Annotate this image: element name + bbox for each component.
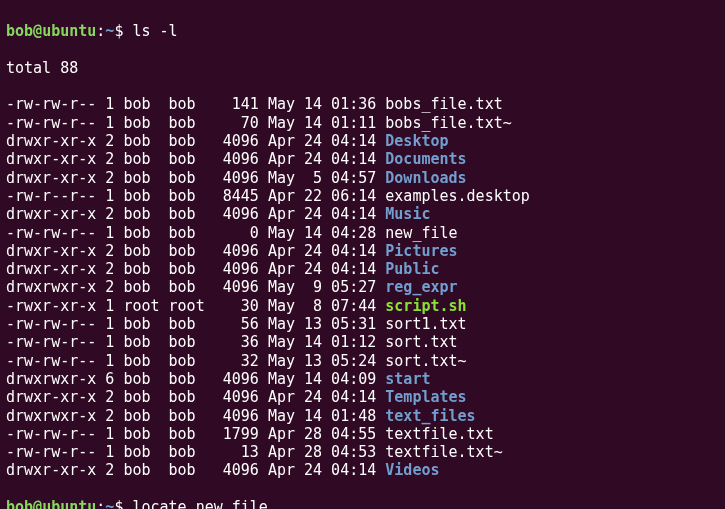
ls-row: drwxr-xr-x 2 bob bob 4096 Apr 24 04:14 P… [6, 260, 719, 278]
ls-row: -rw-rw-r-- 1 bob bob 56 May 13 05:31 sor… [6, 315, 719, 333]
ls-row: drwxr-xr-x 2 bob bob 4096 May 5 04:57 Do… [6, 169, 719, 187]
ls-row: drwxr-xr-x 2 bob bob 4096 Apr 24 04:14 V… [6, 461, 719, 479]
ls-row-meta: -rwxr-xr-x 1 root root 30 May 8 07:44 [6, 297, 385, 315]
prompt-dollar: $ [114, 22, 132, 40]
ls-row-meta: drwxrwxr-x 2 bob bob 4096 May 9 05:27 [6, 278, 385, 296]
ls-row-meta: drwxr-xr-x 2 bob bob 4096 Apr 24 04:14 [6, 260, 385, 278]
ls-row-meta: drwxr-xr-x 2 bob bob 4096 Apr 24 04:14 [6, 242, 385, 260]
ls-row-meta: -rw-rw-r-- 1 bob bob 32 May 13 05:24 [6, 352, 385, 370]
ls-row-filename: Public [385, 260, 439, 278]
ls-row-filename: start [385, 370, 430, 388]
ls-row: drwxr-xr-x 2 bob bob 4096 Apr 24 04:14 T… [6, 388, 719, 406]
ls-row: -rw-rw-r-- 1 bob bob 141 May 14 01:36 bo… [6, 95, 719, 113]
ls-row-meta: -rw-rw-r-- 1 bob bob 56 May 13 05:31 [6, 315, 385, 333]
ls-row-filename: script.sh [385, 297, 466, 315]
ls-row-filename: sort.txt~ [385, 352, 466, 370]
ls-row-filename: reg_expr [385, 278, 457, 296]
ls-row-meta: -rw-rw-r-- 1 bob bob 0 May 14 04:28 [6, 224, 385, 242]
ls-row-meta: drwxr-xr-x 2 bob bob 4096 Apr 24 04:14 [6, 205, 385, 223]
ls-row-filename: new_file [385, 224, 457, 242]
ls-row-meta: drwxrwxr-x 2 bob bob 4096 May 14 01:48 [6, 407, 385, 425]
ls-listing: -rw-rw-r-- 1 bob bob 141 May 14 01:36 bo… [6, 95, 719, 479]
ls-row-filename: sort1.txt [385, 315, 466, 333]
ls-row-filename: text_files [385, 407, 475, 425]
command-locate-1: locate new_file [132, 498, 267, 509]
ls-total-line: total 88 [6, 59, 719, 77]
ls-row: -rw-rw-r-- 1 bob bob 0 May 14 04:28 new_… [6, 224, 719, 242]
ls-row: -rw-rw-r-- 1 bob bob 32 May 13 05:24 sor… [6, 352, 719, 370]
ls-row-meta: drwxr-xr-x 2 bob bob 4096 Apr 24 04:14 [6, 150, 385, 168]
ls-row-meta: -rw-rw-r-- 1 bob bob 1799 Apr 28 04:55 [6, 425, 385, 443]
terminal-window[interactable]: bob@ubuntu:~$ ls -l total 88 -rw-rw-r-- … [0, 0, 725, 509]
ls-row-filename: Videos [385, 461, 439, 479]
ls-row: -rw-rw-r-- 1 bob bob 13 Apr 28 04:53 tex… [6, 443, 719, 461]
ls-row-filename: Music [385, 205, 430, 223]
ls-row-filename: examples.desktop [385, 187, 530, 205]
ls-row-meta: drwxr-xr-x 2 bob bob 4096 Apr 24 04:14 [6, 461, 385, 479]
ls-row-filename: bobs_file.txt~ [385, 114, 511, 132]
ls-row-filename: Documents [385, 150, 466, 168]
ls-row: drwxr-xr-x 2 bob bob 4096 Apr 24 04:14 D… [6, 132, 719, 150]
ls-row-filename: Desktop [385, 132, 448, 150]
ls-row-meta: -rw-r--r-- 1 bob bob 8445 Apr 22 06:14 [6, 187, 385, 205]
ls-row-meta: -rw-rw-r-- 1 bob bob 36 May 14 01:12 [6, 333, 385, 351]
ls-row-meta: -rw-rw-r-- 1 bob bob 141 May 14 01:36 [6, 95, 385, 113]
ls-row: drwxrwxr-x 2 bob bob 4096 May 9 05:27 re… [6, 278, 719, 296]
ls-row: -rwxr-xr-x 1 root root 30 May 8 07:44 sc… [6, 297, 719, 315]
ls-row-meta: drwxr-xr-x 2 bob bob 4096 Apr 24 04:14 [6, 388, 385, 406]
prompt-line-1: bob@ubuntu:~$ ls -l [6, 22, 719, 40]
prompt-colon: : [96, 22, 105, 40]
ls-row: drwxr-xr-x 2 bob bob 4096 Apr 24 04:14 D… [6, 150, 719, 168]
ls-row-filename: sort.txt [385, 333, 457, 351]
ls-row-meta: drwxr-xr-x 2 bob bob 4096 Apr 24 04:14 [6, 132, 385, 150]
ls-row-filename: textfile.txt [385, 425, 493, 443]
prompt-at: @ [33, 22, 42, 40]
ls-row-filename: bobs_file.txt [385, 95, 502, 113]
ls-row-meta: drwxr-xr-x 2 bob bob 4096 May 5 04:57 [6, 169, 385, 187]
ls-row: drwxrwxr-x 2 bob bob 4096 May 14 01:48 t… [6, 407, 719, 425]
ls-row: drwxr-xr-x 2 bob bob 4096 Apr 24 04:14 P… [6, 242, 719, 260]
command-ls: ls -l [132, 22, 177, 40]
ls-row-meta: -rw-rw-r-- 1 bob bob 70 May 14 01:11 [6, 114, 385, 132]
ls-row: -rw-r--r-- 1 bob bob 8445 Apr 22 06:14 e… [6, 187, 719, 205]
ls-row: -rw-rw-r-- 1 bob bob 1799 Apr 28 04:55 t… [6, 425, 719, 443]
ls-row-filename: Templates [385, 388, 466, 406]
prompt-host: ubuntu [42, 22, 96, 40]
ls-row-filename: Pictures [385, 242, 457, 260]
prompt-user: bob [6, 22, 33, 40]
ls-row: -rw-rw-r-- 1 bob bob 70 May 14 01:11 bob… [6, 114, 719, 132]
prompt-line-2: bob@ubuntu:~$ locate new_file [6, 498, 719, 509]
ls-row: -rw-rw-r-- 1 bob bob 36 May 14 01:12 sor… [6, 333, 719, 351]
ls-row: drwxr-xr-x 2 bob bob 4096 Apr 24 04:14 M… [6, 205, 719, 223]
ls-row-meta: -rw-rw-r-- 1 bob bob 13 Apr 28 04:53 [6, 443, 385, 461]
ls-row-filename: Downloads [385, 169, 466, 187]
ls-row-filename: textfile.txt~ [385, 443, 502, 461]
ls-row: drwxrwxr-x 6 bob bob 4096 May 14 04:09 s… [6, 370, 719, 388]
ls-row-meta: drwxrwxr-x 6 bob bob 4096 May 14 04:09 [6, 370, 385, 388]
